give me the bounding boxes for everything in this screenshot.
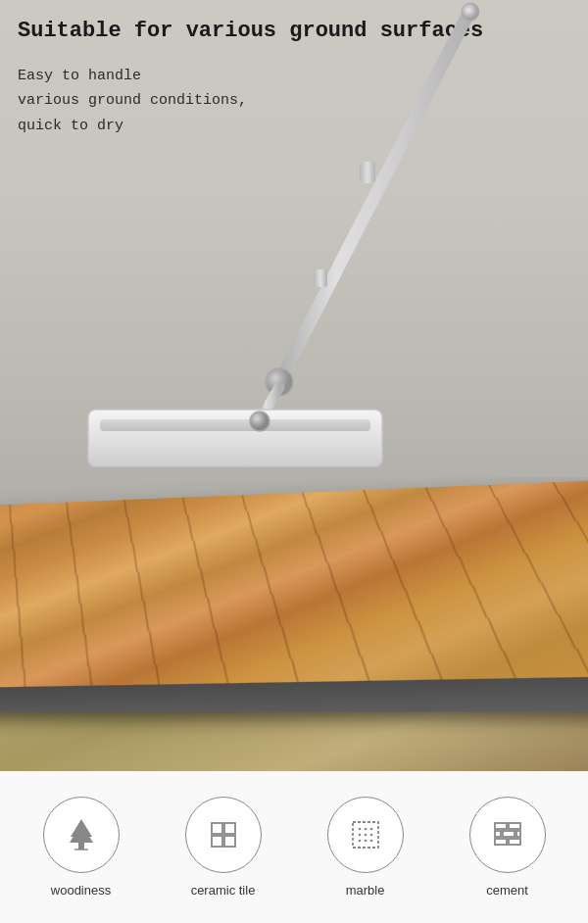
bricks-icon bbox=[488, 815, 527, 854]
subtitle-block: Easy to handle various ground conditions… bbox=[18, 64, 570, 139]
svg-rect-31 bbox=[516, 831, 520, 837]
svg-rect-16 bbox=[224, 836, 235, 847]
svg-rect-13 bbox=[212, 823, 222, 834]
subtitle-line-3: quick to dry bbox=[18, 114, 570, 139]
svg-rect-15 bbox=[212, 836, 222, 847]
grid-icon bbox=[204, 815, 243, 854]
svg-rect-32 bbox=[495, 839, 507, 845]
icon-circle-ceramic-tile bbox=[185, 797, 262, 873]
icon-item-ceramic-tile: ceramic tile bbox=[185, 797, 262, 898]
icon-label-ceramic-tile: ceramic tile bbox=[191, 883, 256, 898]
wood-floor-surface bbox=[0, 477, 588, 688]
svg-point-22 bbox=[364, 834, 367, 837]
svg-rect-30 bbox=[503, 831, 514, 837]
tree-icon bbox=[62, 815, 101, 854]
svg-point-25 bbox=[364, 840, 367, 843]
svg-rect-28 bbox=[509, 823, 520, 829]
svg-point-23 bbox=[369, 834, 372, 837]
svg-point-24 bbox=[358, 840, 361, 843]
svg-rect-27 bbox=[495, 823, 507, 829]
svg-point-20 bbox=[369, 828, 372, 831]
icon-circle-marble bbox=[327, 797, 404, 873]
svg-point-21 bbox=[358, 834, 361, 837]
icon-label-woodiness: woodiness bbox=[51, 883, 111, 898]
icon-circle-cement bbox=[469, 797, 546, 873]
svg-marker-11 bbox=[71, 819, 92, 837]
icon-circle-woodiness bbox=[43, 797, 120, 873]
icon-item-marble: marble bbox=[327, 797, 404, 898]
svg-rect-14 bbox=[224, 823, 235, 834]
svg-point-19 bbox=[364, 828, 367, 831]
header-section: Suitable for various ground surfaces Eas… bbox=[18, 18, 570, 138]
main-title: Suitable for various ground surfaces bbox=[18, 18, 570, 46]
subtitle-line-2: various ground conditions, bbox=[18, 88, 570, 114]
icon-label-marble: marble bbox=[346, 883, 385, 898]
page-container: Suitable for various ground surfaces Eas… bbox=[0, 0, 588, 923]
svg-point-26 bbox=[369, 840, 372, 843]
svg-rect-9 bbox=[78, 842, 84, 850]
floor-section bbox=[0, 477, 588, 771]
icons-section: woodiness ceramic tile bbox=[0, 771, 588, 923]
dotted-square-icon bbox=[346, 815, 385, 854]
icon-item-cement: cement bbox=[469, 797, 546, 898]
icon-item-woodiness: woodiness bbox=[43, 797, 120, 898]
subtitle-line-1: Easy to handle bbox=[18, 64, 570, 89]
svg-point-18 bbox=[358, 828, 361, 831]
svg-rect-33 bbox=[509, 839, 520, 845]
svg-rect-29 bbox=[495, 831, 501, 837]
icon-label-cement: cement bbox=[486, 883, 528, 898]
